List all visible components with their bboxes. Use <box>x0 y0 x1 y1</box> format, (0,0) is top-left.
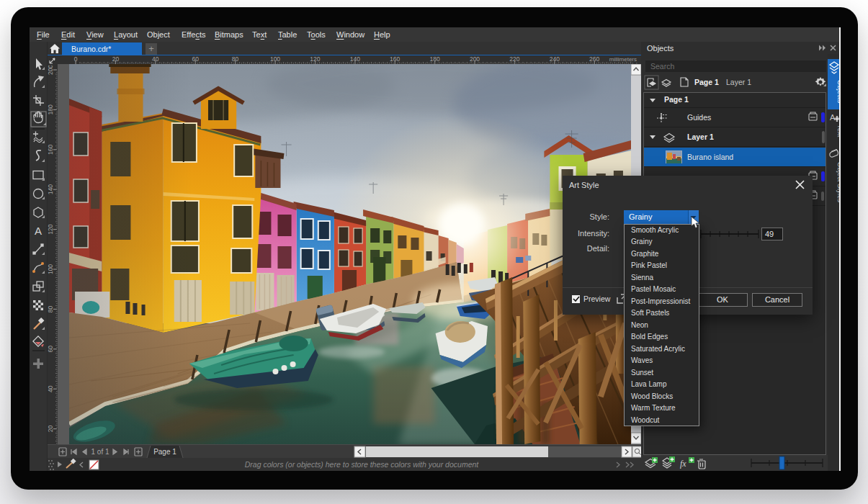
svg-text:1 of 1: 1 of 1 <box>91 448 109 456</box>
svg-text:A: A <box>35 225 42 237</box>
svg-text:Page 1: Page 1 <box>153 448 176 456</box>
svg-text:60: 60 <box>48 346 54 353</box>
svg-text:100: 100 <box>48 264 54 274</box>
svg-text:120: 120 <box>48 224 54 234</box>
svg-text:millimeters: millimeters <box>609 56 637 63</box>
svg-text:40: 40 <box>48 385 54 392</box>
svg-text:140: 140 <box>48 184 54 194</box>
svg-text:fx: fx <box>680 459 686 469</box>
svg-text:80: 80 <box>48 305 54 312</box>
svg-text:160: 160 <box>48 144 54 154</box>
svg-text:180: 180 <box>48 104 54 114</box>
svg-text:200: 200 <box>48 65 54 75</box>
svg-text:20: 20 <box>48 426 54 433</box>
svg-text:A: A <box>830 113 836 122</box>
